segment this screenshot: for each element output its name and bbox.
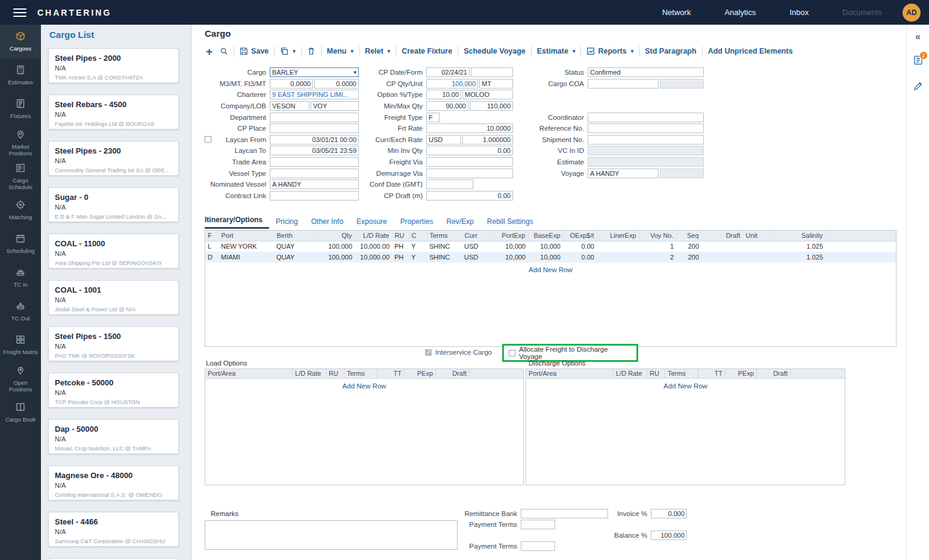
itinerary-add-new-row-link[interactable]: Add New Row [205,266,896,273]
freight-via-field[interactable] [426,157,513,167]
cp-date-field[interactable]: 02/24/21 [426,67,470,77]
cargo-select[interactable]: BARLEY▾ [270,67,359,77]
lob-field[interactable]: VOY [311,101,359,111]
discharge-options-column-header[interactable]: L/D Rate [614,369,647,378]
status-field[interactable]: Confirmed [588,67,704,77]
remarks-textarea[interactable] [205,520,458,550]
sidebar-item-market-positions[interactable]: Market Positions [0,126,41,160]
company-field[interactable]: VESON [270,101,309,111]
cargo-card[interactable]: COAL - 11000 N/A Avra Shipping Pte Ltd @… [48,234,179,269]
payment-terms-field[interactable] [521,520,555,529]
m3-mt-field[interactable]: 0.0000 [270,79,313,89]
sidebar-item-estimates[interactable]: Estimates [0,58,41,92]
load-options-column-header[interactable]: L/D Rate [293,369,326,378]
cargo-card[interactable]: Petcoke - 50000 N/A TCP Petcoke Corp @ H… [48,373,179,408]
itinerary-row[interactable]: LNEW YORKQUAY100,00010,000.00PHYSHINCUSD… [205,241,896,252]
relet-button[interactable]: Relet▾ [365,47,390,55]
voyage-field[interactable]: A HANDY [588,169,659,178]
add-unpriced-elements-button[interactable]: Add Unpriced Elements [708,47,793,55]
tab-other-info[interactable]: Other Info [305,217,350,229]
tab-rev-exp[interactable]: Rev/Exp [440,217,480,229]
load-options-column-header[interactable]: RU [326,369,344,378]
itinerary-column-header[interactable]: Voy No. [639,231,676,241]
delete-button[interactable] [307,47,315,55]
itinerary-column-header[interactable]: Terms [427,231,462,241]
itinerary-column-header[interactable]: LinerExp [597,231,639,241]
add-button[interactable]: + [205,46,214,57]
load-options-column-header[interactable]: TT [378,369,405,378]
reference-no-field[interactable] [588,123,704,133]
option-type-field[interactable]: MOLOO [462,90,513,99]
itinerary-column-header[interactable]: Curr [462,231,491,241]
ft3-mt-field[interactable]: 0.0000 [314,79,359,89]
cargo-card[interactable]: COAL - 1001 N/A Jindal Steel & Power Ltd… [48,280,179,315]
hamburger-menu-icon[interactable] [13,6,26,19]
cargo-card[interactable]: Steel - 4466 N/A Samsung C&T Corporation… [48,512,179,547]
cargo-card[interactable]: Steel Pipes - 2300 N/A Commodity General… [48,141,179,176]
itinerary-column-header[interactable]: C [409,231,427,241]
nav-analytics[interactable]: Analytics [724,8,756,17]
payment-terms-2-field[interactable] [521,541,555,551]
cargo-card[interactable]: Steel Rebars - 4500 N/A Fayette Int. Hol… [48,95,179,129]
charterer-field[interactable]: 9 EAST SHIPPING LIMI... [270,90,359,99]
sidebar-item-tc-in[interactable]: TC In [0,261,41,294]
cargo-card[interactable]: Sugar - 0 N/A E D & F Man Sugar Limited … [48,187,179,222]
std-paragraph-button[interactable]: Std Paragraph [645,47,696,55]
discharge-options-column-header[interactable]: Terms [665,369,698,378]
load-options-column-header[interactable]: Draft [436,369,470,378]
avatar[interactable]: AD [903,4,921,22]
discharge-options-column-header[interactable]: Port/Area [526,369,614,378]
frt-rate-field[interactable]: 10.0000 [426,123,513,133]
allocate-freight-checkbox[interactable] [509,350,515,356]
itinerary-column-header[interactable]: Qty [314,231,355,241]
min-qty-field[interactable]: 90,000 [426,101,468,111]
itinerary-column-header[interactable]: L/D Rate [355,231,392,241]
contract-link-field[interactable] [270,191,359,201]
exch-rate-field[interactable]: 1.000000 [462,135,513,145]
collapse-panel-icon[interactable]: « [915,32,921,42]
sidebar-item-cargo-schedule[interactable]: Cargo Schedule [0,160,41,193]
invoice-pct-field[interactable]: 0.000 [651,509,687,518]
create-fixture-button[interactable]: Create Fixture [402,47,452,55]
menu-button[interactable]: Menu▾ [327,47,353,55]
discharge-options-column-header[interactable]: Draft [757,369,791,378]
load-options-add-new-row-link[interactable]: Add New Row [205,382,523,390]
discharge-options-column-header[interactable]: RU [647,369,665,378]
nav-inbox[interactable]: Inbox [789,8,809,17]
vessel-type-field[interactable] [270,169,359,178]
load-options-column-header[interactable]: PExp [405,369,436,378]
cp-qty-field[interactable]: 100,000 [426,79,478,89]
itinerary-column-header[interactable]: Port [219,231,274,241]
search-button[interactable] [220,47,228,55]
save-button[interactable]: Save [240,47,269,55]
freight-type-field[interactable]: F [426,113,440,122]
tab-exposure[interactable]: Exposure [350,217,394,229]
balance-pct-field[interactable]: 100.000 [651,530,687,540]
estimate-button[interactable]: Estimate▾ [537,47,576,55]
itinerary-column-header[interactable]: Unit [743,231,770,241]
shipment-no-field[interactable] [588,135,704,145]
load-options-column-header[interactable]: Terms [344,369,378,378]
compose-note-icon[interactable] [913,81,924,93]
tab-pricing[interactable]: Pricing [269,217,305,229]
itinerary-column-header[interactable]: PortExp [491,231,528,241]
max-qty-field[interactable]: 110,000 [470,101,513,111]
itinerary-column-header[interactable] [825,231,896,241]
cargo-card[interactable]: Dap - 50000 N/A Mosaic Crop Nutrition, L… [48,419,179,454]
tasks-panel-icon[interactable]: 2 [913,55,924,67]
department-field[interactable] [270,113,359,122]
tab-rebill-settings[interactable]: Rebill Settings [480,217,540,229]
load-options-column-header[interactable] [470,369,523,378]
trade-area-field[interactable] [270,157,359,167]
itinerary-row[interactable]: DMIAMIQUAY100,00010,000.00PHYSHINCUSD10,… [205,252,896,263]
demurrage-via-field[interactable] [426,169,513,178]
tab-itinerary-options[interactable]: Itinerary/Options [205,216,269,229]
cp-draft-field[interactable]: 0.00 [426,191,513,201]
itinerary-column-header[interactable]: BaseExp [528,231,563,241]
discharge-options-column-header[interactable]: PExp [725,369,757,378]
cp-unit-field[interactable]: MT [479,79,513,89]
load-options-column-header[interactable]: Port/Area [205,369,293,378]
cargo-coa-field[interactable] [588,79,659,89]
laycan-to-field[interactable]: 03/05/21 23:59 [270,146,359,155]
itinerary-column-header[interactable]: Seq [676,231,701,241]
